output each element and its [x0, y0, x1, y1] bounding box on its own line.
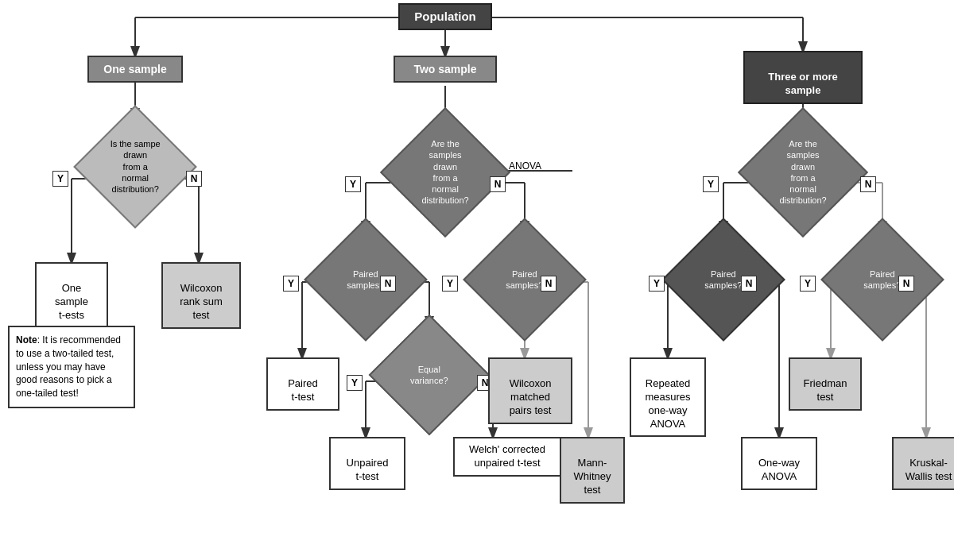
right-paired-y-diamond: Paired samples? [674, 230, 773, 329]
rightpairedn-n-label: N [898, 276, 914, 292]
kruskal-wallis-node: Kruskal- Wallis test [890, 437, 954, 490]
three-sample-node: Three or more sample [738, 51, 868, 104]
friedman-node: Friedman test [787, 357, 863, 411]
repeated-anova-node: Repeated measures one-way ANOVA [628, 357, 708, 437]
midpairedy-y-label: Y [283, 276, 299, 292]
right-diamond: Are the samples drawn from a normal dist… [754, 123, 852, 222]
right-n-label: N [860, 176, 876, 192]
mid-y-label: Y [345, 176, 361, 192]
right-paired-n-diamond: Paired samples? [833, 230, 932, 329]
left-diamond: Is the sampe drawn from a normal distrib… [86, 118, 184, 216]
left-n-label: N [186, 171, 202, 187]
flowchart: Population One sample Two sample Three o… [0, 0, 954, 560]
mid-paired-y-diamond: Paired samples? [316, 230, 415, 329]
equal-variance-diamond: Equal variance? [380, 326, 479, 424]
wilcoxon-rank-node: Wilcoxon rank sum test [159, 262, 243, 329]
two-sample-node: Two sample [390, 56, 501, 83]
rightpairedy-n-label: N [741, 276, 757, 292]
left-y-label: Y [52, 171, 68, 187]
wilcoxon-matched-node: Wilcoxon matched pairs test [487, 357, 574, 424]
mid-paired-n-diamond: Paired samples? [475, 230, 574, 329]
unpaired-ttest-node: Unpaired t-test [328, 437, 407, 490]
one-sample-ttest-node: One sample t-ests [33, 262, 110, 329]
mid-diamond: Are the samples drawn from a normal dist… [396, 123, 494, 222]
one-way-anova-node: One-way ANOVA [739, 437, 819, 490]
population-node: Population [390, 3, 501, 30]
midpairedn-y-label: Y [442, 276, 458, 292]
right-y-label: Y [703, 176, 719, 192]
midpairedy-n-label: N [380, 276, 396, 292]
midpairedn-n-label: N [541, 276, 556, 292]
one-sample-node: One sample [80, 56, 191, 83]
rightpairedn-y-label: Y [800, 276, 816, 292]
note-box: YNote: It is recommended to use a two-ta… [8, 326, 135, 408]
paired-ttest-node: Paired t-test [265, 357, 341, 411]
welch-ttest-node: Welch' corrected unpaired t-test [452, 437, 563, 477]
equalvar-y-label: Y [347, 375, 363, 391]
mann-whitney-node: Mann- Whitney test [558, 437, 626, 504]
anova-label: ANOVA [509, 160, 541, 172]
rightpairedy-y-label: Y [649, 276, 665, 292]
mid-n-label: N [490, 176, 506, 192]
